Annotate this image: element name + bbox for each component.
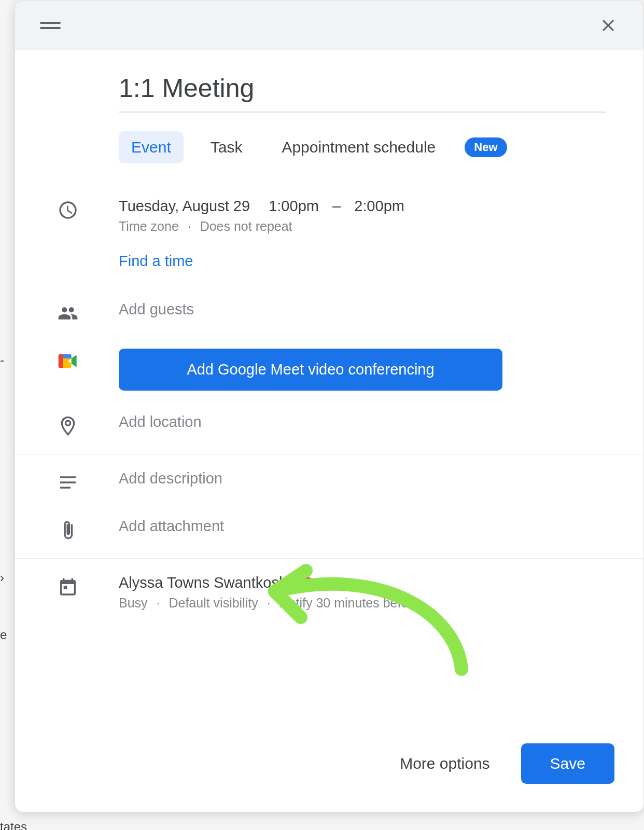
description-row: Add description (15, 454, 643, 510)
event-date[interactable]: Tuesday, August 29 (119, 198, 250, 214)
time-row: Tuesday, August 29 1:00pm – 2:00pm Time … (15, 182, 643, 285)
more-options-button[interactable]: More options (387, 744, 502, 783)
background-text: › (0, 571, 4, 585)
event-editor-card: Event Task Appointment schedule New Tues… (15, 0, 644, 812)
end-time[interactable]: 2:00pm (354, 198, 404, 214)
separator-dot: · (188, 219, 191, 233)
add-location-input[interactable]: Add location (119, 413, 610, 431)
people-icon (58, 303, 78, 326)
attachment-row: Add attachment (15, 510, 643, 558)
timezone-link[interactable]: Time zone (119, 219, 179, 233)
card-header (15, 1, 643, 50)
time-separator: – (332, 198, 341, 214)
location-row: Add location (15, 398, 643, 454)
description-icon (58, 472, 78, 495)
background-text: e (0, 628, 7, 642)
organizer-details[interactable]: Busy · Default visibility · Notify 30 mi… (119, 596, 610, 611)
tab-event[interactable]: Event (119, 131, 184, 163)
organizer-name-label: Alyssa Towns Swantkoski (119, 574, 290, 591)
google-meet-icon (58, 351, 78, 374)
event-type-tabs: Event Task Appointment schedule New (15, 113, 643, 163)
start-time[interactable]: 1:00pm (269, 198, 319, 214)
attachment-icon (58, 520, 78, 543)
availability-label: Busy (119, 596, 148, 610)
recurrence-link[interactable]: Does not repeat (200, 219, 292, 233)
find-a-time-link[interactable]: Find a time (119, 253, 610, 270)
time-subline[interactable]: Time zone · Does not repeat (119, 219, 610, 234)
clock-icon (58, 200, 78, 223)
footer: More options Save (15, 722, 643, 812)
background-text: - (0, 353, 4, 367)
calendar-icon (58, 576, 78, 599)
event-time-summary[interactable]: Tuesday, August 29 1:00pm – 2:00pm (119, 198, 610, 215)
tab-appointment-schedule[interactable]: Appointment schedule (269, 131, 448, 163)
notification-label: Notify 30 minutes before (279, 596, 420, 610)
organizer-row: Alyssa Towns Swantkoski Busy · Default v… (15, 559, 643, 626)
add-meet-button[interactable]: Add Google Meet video conferencing (119, 349, 502, 391)
visibility-label: Default visibility (169, 596, 258, 610)
drag-handle-icon[interactable] (40, 21, 61, 30)
event-title-input[interactable] (119, 73, 606, 113)
add-attachment-input[interactable]: Add attachment (119, 518, 610, 535)
calendar-color-dot (302, 577, 315, 590)
background-text: tates (0, 820, 27, 830)
organizer-info[interactable]: Alyssa Towns Swantkoski Busy · Default v… (119, 574, 610, 611)
meet-row: Add Google Meet video conferencing (15, 341, 643, 398)
guests-row: Add guests (15, 285, 643, 341)
add-description-input[interactable]: Add description (119, 470, 610, 487)
location-icon (58, 416, 78, 438)
title-row (15, 50, 643, 113)
add-guests-input[interactable]: Add guests (119, 301, 610, 318)
tab-task[interactable]: Task (198, 131, 255, 163)
new-badge: New (465, 137, 507, 157)
save-button[interactable]: Save (521, 743, 614, 784)
close-button[interactable] (598, 15, 619, 36)
